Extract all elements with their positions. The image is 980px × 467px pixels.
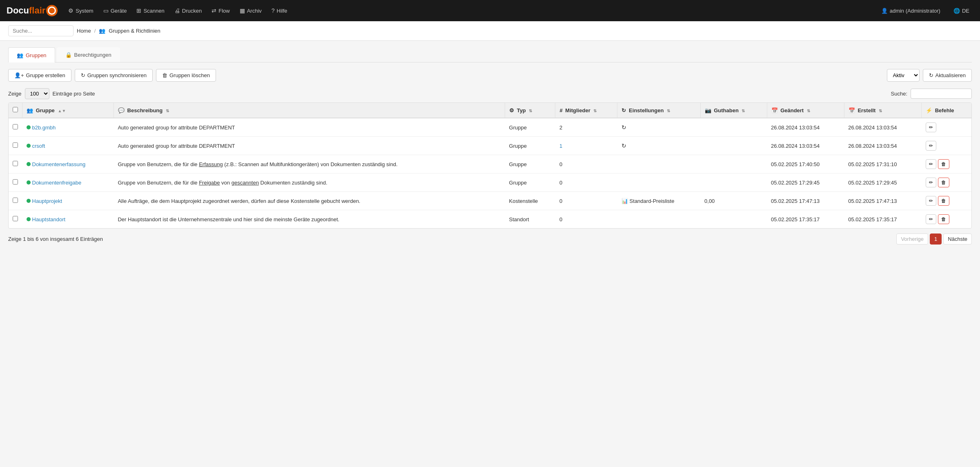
actions-cell: ✏🗑	[926, 159, 968, 169]
bar-icon: 📊	[621, 198, 630, 204]
th-einstellungen[interactable]: ↻ Einstellungen ⇅	[617, 103, 700, 118]
nav-geraete-label: Geräte	[111, 8, 127, 14]
nav-scannen[interactable]: ⊞ Scannen	[132, 5, 168, 16]
lang-menu[interactable]: 🌐 DE	[949, 5, 973, 16]
status-dot	[27, 180, 31, 185]
search-input[interactable]	[8, 25, 74, 36]
th-typ[interactable]: ⚙ Typ ⇅	[505, 103, 555, 118]
nav-archiv[interactable]: ▦ Archiv	[236, 5, 266, 16]
gruppe-link[interactable]: b2b.gmbh	[32, 125, 56, 131]
edit-button[interactable]: ✏	[926, 178, 936, 187]
breadcrumb-current: Gruppen & Richtlinien	[109, 28, 160, 34]
th-erstellt[interactable]: 📅 Erstellt ⇅	[844, 103, 921, 118]
user-menu[interactable]: 👤 admin (Administrator)	[877, 5, 944, 16]
delete-button[interactable]: 🗑	[938, 159, 949, 169]
create-label: Gruppe erstellen	[26, 72, 65, 78]
gruppe-link[interactable]: Hauptstandort	[32, 216, 66, 222]
create-group-button[interactable]: 👤+ Gruppe erstellen	[8, 69, 71, 82]
gruppe-link[interactable]: Dokumentenfreigabe	[32, 180, 82, 186]
row-checkbox[interactable]	[13, 161, 18, 166]
typ-cell: Gruppe	[505, 155, 555, 173]
nav-drucken[interactable]: 🖨 Drucken	[170, 5, 206, 16]
th-befehle: ⚡ Befehle	[922, 103, 972, 118]
nav-geraete[interactable]: ▭ Geräte	[99, 5, 131, 16]
berechtigungen-tab-label: Berechtigungen	[74, 52, 111, 58]
nav-drucken-label: Drucken	[182, 8, 202, 14]
table-search-input[interactable]	[911, 89, 972, 99]
tab-gruppen[interactable]: 👥 Gruppen	[8, 47, 55, 62]
globe-icon: 🌐	[953, 8, 960, 14]
entries-control: Zeige 100 25 50 200 Einträge pro Seite	[8, 88, 95, 99]
next-page-button[interactable]: Nächste	[943, 234, 972, 245]
show-label: Zeige	[8, 91, 22, 97]
nav-hilfe[interactable]: ? Hilfe	[267, 5, 292, 16]
gruppe-link[interactable]: Dokumentenerfassung	[32, 161, 86, 167]
typ-cell: Gruppe	[505, 118, 555, 137]
refresh-button[interactable]: ↻ Aktualisieren	[923, 69, 972, 82]
status-filter[interactable]: Aktiv Inaktiv Alle	[887, 69, 920, 82]
beschreibung-cell: Der Hauptstandort ist die Unternehmensze…	[114, 210, 505, 229]
brand-flair: flair	[29, 5, 45, 16]
geaendert-cell: 05.02.2025 17:29:45	[767, 173, 844, 192]
table-row: b2b.gmbhAuto generated group for attribu…	[9, 118, 971, 137]
refresh-label: Aktualisieren	[935, 72, 966, 78]
einstellungen-cell: 📊 Standard-Preisliste	[617, 192, 700, 210]
th-befehle-label: Befehle	[935, 107, 954, 113]
mitglieder-link[interactable]: 1	[559, 143, 562, 149]
flow-icon: ⇄	[212, 7, 216, 14]
edit-button[interactable]: ✏	[926, 141, 936, 151]
delete-groups-button[interactable]: 🗑 Gruppen löschen	[156, 69, 216, 82]
row-checkbox[interactable]	[13, 124, 18, 129]
th-guthaben-label: Guthaben	[714, 107, 739, 113]
beschreibung-sort-arrows: ⇅	[166, 109, 169, 113]
row-checkbox[interactable]	[13, 142, 18, 148]
search-label: Suche:	[891, 91, 907, 97]
nav-flow[interactable]: ⇄ Flow	[207, 5, 234, 16]
select-all-checkbox[interactable]	[13, 107, 18, 112]
delete-button[interactable]: 🗑	[938, 214, 949, 224]
brand-icon	[46, 5, 58, 16]
breadcrumb-icon: 👥	[99, 28, 105, 34]
typ-cell: Gruppe	[505, 173, 555, 192]
row-checkbox[interactable]	[13, 198, 18, 203]
pagination-summary: Zeige 1 bis 6 von insgesamt 6 Einträgen	[8, 236, 103, 242]
th-typ-label: Typ	[517, 107, 526, 113]
gruppe-link[interactable]: crsoft	[32, 143, 45, 149]
edit-button[interactable]: ✏	[926, 122, 936, 132]
typ-cell: Kostenstelle	[505, 192, 555, 210]
nav-system[interactable]: ⚙ System	[64, 5, 97, 16]
befehle-cell: ✏🗑	[922, 192, 972, 210]
delete-button[interactable]: 🗑	[938, 196, 949, 206]
brand-logo[interactable]: Docuflair	[7, 5, 58, 16]
row-checkbox[interactable]	[13, 179, 18, 185]
nav-archiv-label: Archiv	[247, 8, 262, 14]
actions-cell: ✏	[926, 122, 968, 132]
tab-berechtigungen[interactable]: 🔒 Berechtigungen	[57, 47, 120, 62]
gruppe-col-icon: 👥	[27, 107, 33, 113]
gruppe-link[interactable]: Hauptprojekt	[32, 198, 62, 204]
th-mitglieder[interactable]: # Mitglieder ⇅	[555, 103, 617, 118]
th-gruppe[interactable]: 👥 Gruppe ▲▼	[22, 103, 114, 118]
sync-groups-button[interactable]: ↻ Gruppen synchronisieren	[75, 69, 153, 82]
th-geaendert[interactable]: 📅 Geändert ⇅	[767, 103, 844, 118]
edit-button[interactable]: ✏	[926, 196, 936, 206]
th-beschreibung[interactable]: 💬 Beschreibung ⇅	[114, 103, 505, 118]
prev-page-button[interactable]: Vorherige	[896, 234, 928, 245]
actions-cell: ✏🗑	[926, 214, 968, 224]
entries-select[interactable]: 100 25 50 200	[25, 88, 49, 99]
user-icon: 👤	[881, 8, 888, 14]
guthaben-cell	[700, 118, 767, 137]
einstellungen-extra: Standard-Preisliste	[630, 198, 675, 204]
page-1-button[interactable]: 1	[930, 234, 942, 245]
beschreibung-cell: Auto generated group for attribute DEPAR…	[114, 137, 505, 155]
breadcrumb-home[interactable]: Home	[77, 28, 91, 34]
edit-button[interactable]: ✏	[926, 214, 936, 224]
mitglieder-col-icon: #	[559, 107, 562, 113]
delete-button[interactable]: 🗑	[938, 178, 949, 187]
mitglieder-cell: 0	[555, 173, 617, 192]
th-guthaben[interactable]: 📷 Guthaben ⇅	[700, 103, 767, 118]
table-row: HauptstandortDer Hauptstandort ist die U…	[9, 210, 971, 229]
nav-flow-label: Flow	[218, 8, 229, 14]
edit-button[interactable]: ✏	[926, 159, 936, 169]
row-checkbox[interactable]	[13, 216, 18, 221]
